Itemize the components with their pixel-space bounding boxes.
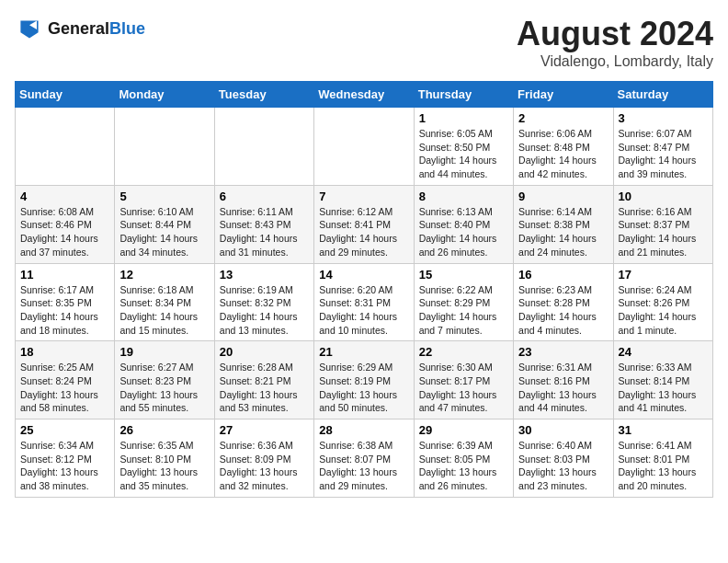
col-header-saturday: Saturday — [613, 82, 712, 108]
day-info: Sunrise: 6:34 AM Sunset: 8:12 PM Dayligh… — [20, 439, 109, 493]
calendar-week-1: 1Sunrise: 6:05 AM Sunset: 8:50 PM Daylig… — [16, 108, 713, 186]
calendar-cell — [214, 108, 313, 186]
day-info: Sunrise: 6:20 AM Sunset: 8:31 PM Dayligh… — [319, 283, 408, 338]
day-number: 15 — [419, 268, 508, 282]
calendar-week-2: 4Sunrise: 6:08 AM Sunset: 8:46 PM Daylig… — [16, 185, 713, 263]
calendar-cell: 1Sunrise: 6:05 AM Sunset: 8:50 PM Daylig… — [414, 108, 513, 186]
calendar-cell: 22Sunrise: 6:30 AM Sunset: 8:17 PM Dayli… — [414, 341, 513, 419]
day-number: 26 — [119, 423, 209, 437]
day-number: 29 — [419, 423, 508, 437]
calendar-cell — [115, 108, 214, 186]
calendar-cell: 30Sunrise: 6:40 AM Sunset: 8:03 PM Dayli… — [514, 419, 613, 498]
day-info: Sunrise: 6:30 AM Sunset: 8:17 PM Dayligh… — [419, 361, 508, 415]
calendar-cell: 26Sunrise: 6:35 AM Sunset: 8:10 PM Dayli… — [115, 419, 214, 498]
day-info: Sunrise: 6:39 AM Sunset: 8:05 PM Dayligh… — [419, 439, 508, 493]
day-number: 28 — [319, 423, 408, 437]
logo: GeneralBlue — [15, 15, 145, 44]
day-info: Sunrise: 6:29 AM Sunset: 8:19 PM Dayligh… — [319, 361, 408, 415]
calendar-cell: 6Sunrise: 6:11 AM Sunset: 8:43 PM Daylig… — [214, 185, 313, 263]
calendar-cell: 25Sunrise: 6:34 AM Sunset: 8:12 PM Dayli… — [16, 419, 115, 498]
day-info: Sunrise: 6:13 AM Sunset: 8:40 PM Dayligh… — [419, 205, 508, 259]
day-number: 11 — [20, 268, 109, 282]
logo-icon — [15, 15, 44, 44]
day-number: 31 — [619, 423, 708, 437]
day-number: 17 — [619, 268, 708, 282]
day-number: 2 — [518, 111, 608, 125]
day-number: 6 — [220, 190, 309, 203]
day-number: 23 — [518, 345, 608, 359]
day-info: Sunrise: 6:36 AM Sunset: 8:09 PM Dayligh… — [220, 439, 309, 493]
day-info: Sunrise: 6:24 AM Sunset: 8:26 PM Dayligh… — [619, 283, 708, 338]
day-number: 13 — [220, 268, 309, 282]
calendar-cell: 9Sunrise: 6:14 AM Sunset: 8:38 PM Daylig… — [514, 185, 613, 263]
day-info: Sunrise: 6:25 AM Sunset: 8:24 PM Dayligh… — [20, 361, 109, 415]
calendar-cell: 4Sunrise: 6:08 AM Sunset: 8:46 PM Daylig… — [16, 185, 115, 263]
calendar-cell: 28Sunrise: 6:38 AM Sunset: 8:07 PM Dayli… — [314, 419, 414, 498]
day-info: Sunrise: 6:11 AM Sunset: 8:43 PM Dayligh… — [220, 205, 309, 259]
calendar-cell: 15Sunrise: 6:22 AM Sunset: 8:29 PM Dayli… — [414, 263, 513, 341]
calendar-week-4: 18Sunrise: 6:25 AM Sunset: 8:24 PM Dayli… — [16, 341, 713, 419]
day-number: 10 — [619, 190, 708, 203]
calendar-cell: 16Sunrise: 6:23 AM Sunset: 8:28 PM Dayli… — [514, 263, 613, 341]
day-number: 20 — [220, 345, 309, 359]
calendar-cell: 10Sunrise: 6:16 AM Sunset: 8:37 PM Dayli… — [613, 185, 712, 263]
day-number: 9 — [518, 190, 608, 203]
day-number: 21 — [319, 345, 408, 359]
calendar-cell: 11Sunrise: 6:17 AM Sunset: 8:35 PM Dayli… — [16, 263, 115, 341]
calendar-cell — [16, 108, 115, 186]
col-header-thursday: Thursday — [414, 82, 513, 108]
calendar-cell — [314, 108, 414, 186]
col-header-friday: Friday — [514, 82, 613, 108]
day-info: Sunrise: 6:41 AM Sunset: 8:01 PM Dayligh… — [619, 439, 708, 493]
calendar-cell: 13Sunrise: 6:19 AM Sunset: 8:32 PM Dayli… — [214, 263, 313, 341]
day-number: 3 — [619, 111, 708, 125]
day-number: 8 — [419, 190, 508, 203]
day-info: Sunrise: 6:12 AM Sunset: 8:41 PM Dayligh… — [319, 205, 408, 259]
day-info: Sunrise: 6:22 AM Sunset: 8:29 PM Dayligh… — [419, 283, 508, 338]
day-number: 16 — [518, 268, 608, 282]
day-info: Sunrise: 6:38 AM Sunset: 8:07 PM Dayligh… — [319, 439, 408, 493]
day-info: Sunrise: 6:19 AM Sunset: 8:32 PM Dayligh… — [220, 283, 309, 338]
day-info: Sunrise: 6:28 AM Sunset: 8:21 PM Dayligh… — [220, 361, 309, 415]
day-number: 25 — [20, 423, 109, 437]
day-info: Sunrise: 6:10 AM Sunset: 8:44 PM Dayligh… — [119, 205, 209, 259]
calendar-cell: 3Sunrise: 6:07 AM Sunset: 8:47 PM Daylig… — [613, 108, 712, 186]
day-info: Sunrise: 6:16 AM Sunset: 8:37 PM Dayligh… — [619, 205, 708, 259]
day-info: Sunrise: 6:33 AM Sunset: 8:14 PM Dayligh… — [619, 361, 708, 415]
day-info: Sunrise: 6:31 AM Sunset: 8:16 PM Dayligh… — [518, 361, 608, 415]
calendar-cell: 18Sunrise: 6:25 AM Sunset: 8:24 PM Dayli… — [16, 341, 115, 419]
calendar-cell: 17Sunrise: 6:24 AM Sunset: 8:26 PM Dayli… — [613, 263, 712, 341]
day-info: Sunrise: 6:06 AM Sunset: 8:48 PM Dayligh… — [518, 127, 608, 181]
day-number: 12 — [119, 268, 209, 282]
day-info: Sunrise: 6:35 AM Sunset: 8:10 PM Dayligh… — [119, 439, 209, 493]
day-number: 30 — [518, 423, 608, 437]
calendar-cell: 12Sunrise: 6:18 AM Sunset: 8:34 PM Dayli… — [115, 263, 214, 341]
calendar-cell: 27Sunrise: 6:36 AM Sunset: 8:09 PM Dayli… — [214, 419, 313, 498]
col-header-wednesday: Wednesday — [314, 82, 414, 108]
calendar-cell: 24Sunrise: 6:33 AM Sunset: 8:14 PM Dayli… — [613, 341, 712, 419]
day-number: 7 — [319, 190, 408, 203]
col-header-monday: Monday — [115, 82, 214, 108]
title-block: August 2024 Vidalengo, Lombardy, Italy — [517, 15, 713, 70]
day-number: 19 — [119, 345, 209, 359]
calendar-cell: 7Sunrise: 6:12 AM Sunset: 8:41 PM Daylig… — [314, 185, 414, 263]
calendar-header-row: SundayMondayTuesdayWednesdayThursdayFrid… — [16, 82, 713, 108]
day-info: Sunrise: 6:23 AM Sunset: 8:28 PM Dayligh… — [518, 283, 608, 338]
calendar-cell: 8Sunrise: 6:13 AM Sunset: 8:40 PM Daylig… — [414, 185, 513, 263]
location-title: Vidalengo, Lombardy, Italy — [517, 53, 713, 70]
calendar-cell: 31Sunrise: 6:41 AM Sunset: 8:01 PM Dayli… — [613, 419, 712, 498]
day-info: Sunrise: 6:07 AM Sunset: 8:47 PM Dayligh… — [619, 127, 708, 181]
day-info: Sunrise: 6:27 AM Sunset: 8:23 PM Dayligh… — [119, 361, 209, 415]
day-info: Sunrise: 6:40 AM Sunset: 8:03 PM Dayligh… — [518, 439, 608, 493]
calendar-cell: 19Sunrise: 6:27 AM Sunset: 8:23 PM Dayli… — [115, 341, 214, 419]
day-number: 1 — [419, 111, 508, 125]
day-number: 22 — [419, 345, 508, 359]
day-info: Sunrise: 6:14 AM Sunset: 8:38 PM Dayligh… — [518, 205, 608, 259]
day-number: 5 — [119, 190, 209, 203]
calendar: SundayMondayTuesdayWednesdayThursdayFrid… — [15, 81, 713, 498]
calendar-week-5: 25Sunrise: 6:34 AM Sunset: 8:12 PM Dayli… — [16, 419, 713, 498]
col-header-tuesday: Tuesday — [214, 82, 313, 108]
col-header-sunday: Sunday — [16, 82, 115, 108]
logo-text: GeneralBlue — [48, 20, 145, 39]
day-number: 4 — [20, 190, 109, 203]
